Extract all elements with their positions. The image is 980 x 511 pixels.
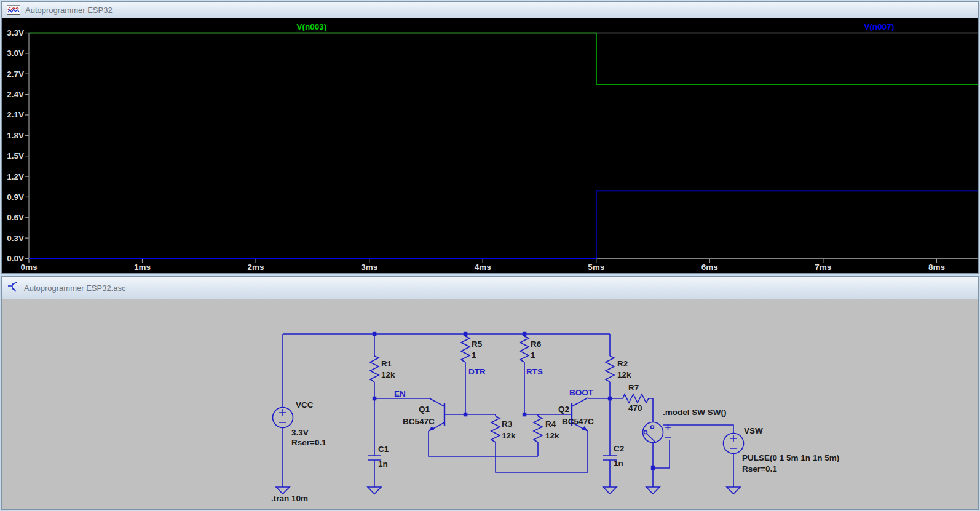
label-vcc-rser[interactable]: Rser=0.1 (291, 438, 326, 447)
label-c2-value[interactable]: 1n (614, 459, 623, 468)
plot-canvas[interactable]: 0.0V0.3V0.6V0.9V1.2V1.5V1.8V2.1V2.4V2.7V… (2, 18, 978, 273)
resistor-R3[interactable] (491, 416, 500, 442)
label-q1-model[interactable]: BC547C (403, 417, 435, 426)
voltage-source-VCC[interactable] (273, 408, 293, 428)
directive-model-sw[interactable]: .model SW SW() (663, 408, 727, 417)
schematic-window-title: Autoprogrammer ESP32.asc (24, 283, 125, 293)
x-axis-label: 1ms (134, 263, 151, 272)
label-r1-value[interactable]: 12k (381, 370, 395, 379)
y-axis-label: 3.3V (7, 28, 24, 38)
label-r3-value[interactable]: 12k (502, 431, 516, 440)
ground-icon[interactable] (368, 487, 381, 494)
label-r6-value[interactable]: 1 (531, 351, 535, 360)
junction-dot (523, 413, 527, 417)
trace-vn003 (29, 33, 978, 84)
x-axis-label: 2ms (248, 263, 264, 272)
ground-symbols (276, 487, 740, 494)
waveform-icon[interactable] (7, 5, 20, 15)
net-label-rts[interactable]: RTS (526, 367, 543, 376)
junction-dot (464, 413, 468, 417)
label-vsw-pulse[interactable]: PULSE(0 1 5m 1n 1n 5m) (742, 453, 839, 462)
label-vcc-name[interactable]: VCC (296, 400, 314, 410)
y-axis-label: 2.4V (7, 90, 24, 99)
resistor-R5[interactable] (461, 336, 470, 362)
label-r5-name[interactable]: R5 (472, 339, 483, 349)
schematic-canvas[interactable]: VCC 3.3V Rser=0.1 .tran 10m R1 12k EN C1… (2, 299, 978, 509)
plot-window: Autoprogrammer ESP32 0.0V0.3V0.6V0.9V1.2… (1, 1, 979, 274)
x-axis-label: 5ms (588, 263, 604, 272)
ground-icon[interactable] (603, 487, 617, 494)
y-axis-label: 2.7V (7, 69, 24, 79)
y-axis-label: 0.3V (7, 234, 24, 243)
label-c1-value[interactable]: 1n (378, 459, 388, 469)
label-r6-name[interactable]: R6 (531, 339, 542, 349)
schematic-window: Autoprogrammer ESP32.asc (1, 276, 979, 510)
y-axis-label: 2.1V (7, 110, 24, 119)
schematic-icon[interactable] (7, 281, 19, 295)
wire[interactable] (653, 440, 670, 468)
label-r1-name[interactable]: R1 (381, 359, 392, 368)
resistor-R7[interactable] (623, 394, 649, 403)
label-c2-name[interactable]: C2 (614, 444, 624, 453)
plot-titlebar[interactable]: Autoprogrammer ESP32 (2, 2, 978, 18)
y-axis-label: 0.9V (7, 192, 24, 202)
directive-tran[interactable]: .tran 10m (271, 494, 308, 503)
junction-dots (373, 332, 655, 470)
trace-vn007 (29, 191, 978, 258)
net-label-en[interactable]: EN (394, 389, 406, 398)
resistor-R6[interactable] (520, 336, 529, 362)
schematic-titlebar[interactable]: Autoprogrammer ESP32.asc (2, 277, 978, 299)
y-axis-label: 1.5V (7, 151, 24, 160)
label-r7-name[interactable]: R7 (628, 383, 639, 392)
label-r2-value[interactable]: 12k (617, 370, 631, 379)
y-axis-label: 3.0V (7, 49, 24, 58)
ground-icon[interactable] (276, 487, 290, 494)
label-r5-value[interactable]: 1 (472, 351, 476, 360)
x-axis-label: 0ms (20, 263, 37, 272)
y-axis-label: 0.6V (7, 213, 24, 222)
plot-border (29, 33, 978, 259)
y-axis-label: 1.8V (7, 131, 24, 140)
net-label-dtr[interactable]: DTR (468, 367, 486, 376)
plot-window-title: Autoprogrammer ESP32 (25, 6, 113, 15)
wire[interactable] (663, 425, 733, 433)
legend-label-vn003[interactable]: V(n003) (297, 22, 327, 31)
label-vsw-rser[interactable]: Rser=0.1 (742, 464, 777, 473)
label-vcc-value[interactable]: 3.3V (291, 428, 309, 437)
label-r2-name[interactable]: R2 (617, 359, 628, 368)
junction-dot (608, 397, 612, 401)
net-label-boot[interactable]: BOOT (569, 388, 594, 397)
ltspice-app: { "plot_window": { "title": "Autoprogram… (0, 0, 980, 511)
x-axis-label: 4ms (475, 263, 491, 272)
ground-icon[interactable] (646, 487, 660, 494)
junction-dot (373, 332, 377, 336)
ground-icon[interactable] (727, 487, 740, 494)
label-r7-value[interactable]: 470 (628, 403, 642, 413)
label-q2-name[interactable]: Q2 (558, 405, 569, 414)
label-q2-model[interactable]: BC547C (562, 417, 594, 426)
resistor-R4[interactable] (534, 416, 542, 442)
junction-dot (523, 332, 527, 336)
label-r4-value[interactable]: 12k (545, 431, 559, 440)
x-axis-label: 3ms (361, 263, 377, 272)
junction-dot (464, 332, 468, 336)
label-r4-name[interactable]: R4 (545, 419, 556, 429)
resistor-R2[interactable] (606, 356, 614, 382)
x-axis-label: 6ms (701, 263, 718, 272)
x-axis-label: 7ms (815, 263, 831, 272)
resistor-R1[interactable] (370, 356, 379, 382)
label-c1-name[interactable]: C1 (378, 445, 389, 454)
junction-dot (651, 466, 655, 470)
y-axis-label: 1.2V (7, 172, 24, 181)
label-q1-name[interactable]: Q1 (419, 405, 430, 414)
x-axis-label: 8ms (928, 263, 945, 272)
label-r3-name[interactable]: R3 (502, 419, 513, 429)
junction-dot (373, 397, 377, 401)
legend-label-vn007[interactable]: V(n007) (864, 22, 895, 31)
voltage-source-VSW[interactable] (724, 434, 744, 454)
label-vsw-name[interactable]: VSW (744, 426, 763, 435)
